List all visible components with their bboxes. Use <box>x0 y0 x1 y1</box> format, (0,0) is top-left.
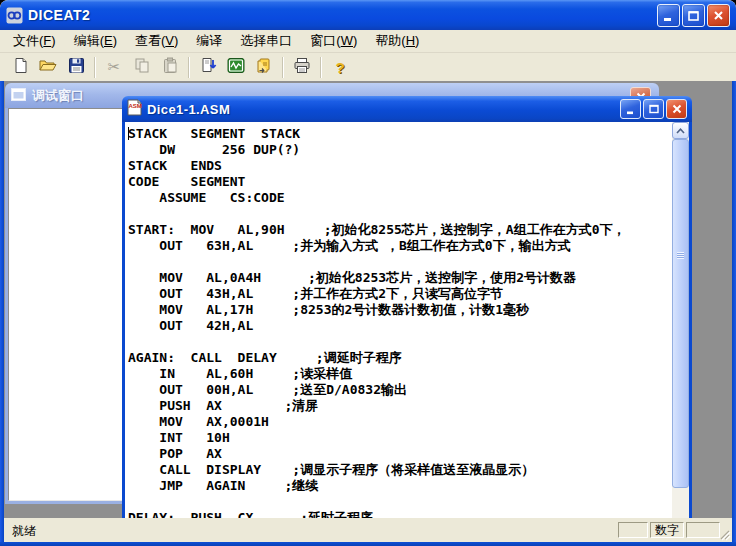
asm-icon-label: ASM <box>129 103 142 109</box>
toolbar-separator <box>94 57 96 78</box>
toolbar-separator <box>188 57 190 78</box>
toolbar: ✂ ? <box>0 52 736 81</box>
status-pane-1 <box>618 522 648 538</box>
copy-icon <box>134 57 151 78</box>
menu-bar: 文件(F) 编辑(E) 查看(V) 编译 选择串口 窗口(W) 帮助(H) <box>0 30 736 52</box>
oscilloscope-icon <box>227 57 245 78</box>
new-file-button[interactable] <box>6 54 34 81</box>
download-button[interactable] <box>250 54 278 81</box>
close-button[interactable] <box>707 4 730 27</box>
cut-button[interactable]: ✂ <box>100 54 128 81</box>
help-icon: ? <box>335 59 344 76</box>
asm-file-icon: ASM <box>127 99 142 120</box>
open-file-button[interactable] <box>34 54 62 81</box>
menu-item-compile[interactable]: 编译 <box>187 29 231 53</box>
window-border-right <box>732 28 736 546</box>
asm-window-title: Dice1-1.ASM <box>147 102 230 117</box>
window-border-bottom <box>0 542 736 546</box>
paste-button[interactable] <box>156 54 184 81</box>
window-border-left <box>0 28 4 546</box>
maximize-button[interactable] <box>682 4 705 27</box>
cut-icon: ✂ <box>108 58 121 76</box>
asm-window-body: STACK SEGMENT STACK DW 256 DUP(?) STACK … <box>122 122 692 518</box>
toolbar-separator <box>282 57 284 78</box>
print-icon <box>293 57 311 78</box>
open-folder-icon <box>39 57 57 78</box>
menu-item-edit[interactable]: 编辑(E) <box>65 29 126 53</box>
menu-item-file[interactable]: 文件(F) <box>4 29 65 53</box>
paste-icon <box>162 57 179 78</box>
app-icon <box>6 7 23 24</box>
app-titlebar[interactable]: DICEAT2 <box>0 0 736 30</box>
new-document-icon <box>12 57 29 78</box>
minimize-button[interactable] <box>657 4 680 27</box>
asm-close-button[interactable] <box>666 99 687 119</box>
asm-window: ASM Dice1-1.ASM STACK SEGMENT STACK DW 2… <box>122 96 692 518</box>
asm-maximize-button[interactable] <box>643 99 664 119</box>
help-button[interactable]: ? <box>326 54 354 81</box>
oscilloscope-button[interactable] <box>222 54 250 81</box>
menu-item-window[interactable]: 窗口(W) <box>301 29 366 53</box>
asm-window-titlebar[interactable]: ASM Dice1-1.ASM <box>122 96 692 122</box>
asm-minimize-button[interactable] <box>620 99 641 119</box>
toolbar-separator <box>320 57 322 78</box>
status-bar: 就绪 数字 <box>4 518 732 542</box>
resize-grip[interactable] <box>717 527 731 541</box>
scroll-thumb[interactable] <box>672 139 689 488</box>
code-editor[interactable]: STACK SEGMENT STACK DW 256 DUP(?) STACK … <box>125 122 672 518</box>
debug-window-title: 调试窗口 <box>32 87 84 105</box>
print-button[interactable] <box>288 54 316 81</box>
mdi-workspace: 调试窗口 ASM Dice1-1.ASM STACK SEGME <box>4 80 732 518</box>
app-window: DICEAT2 文件(F) 编辑(E) 查看(V) 编译 选择串口 窗口(W) … <box>0 0 736 546</box>
menu-item-view[interactable]: 查看(V) <box>126 29 187 53</box>
app-title: DICEAT2 <box>28 7 90 23</box>
scroll-up-button[interactable] <box>672 122 689 139</box>
vertical-scrollbar[interactable] <box>672 122 689 518</box>
text-caret <box>128 127 129 140</box>
status-pane-num: 数字 <box>650 522 684 538</box>
copy-button[interactable] <box>128 54 156 81</box>
save-button[interactable] <box>62 54 90 81</box>
compile-icon <box>200 57 217 78</box>
menu-item-help[interactable]: 帮助(H) <box>366 29 428 53</box>
compile-button[interactable] <box>194 54 222 81</box>
save-icon <box>68 57 85 78</box>
menu-item-serial-port[interactable]: 选择串口 <box>231 29 301 53</box>
debug-window-icon <box>11 87 26 105</box>
status-pane-3 <box>686 522 720 538</box>
status-ready-text: 就绪 <box>12 523 36 540</box>
download-icon <box>255 57 273 78</box>
